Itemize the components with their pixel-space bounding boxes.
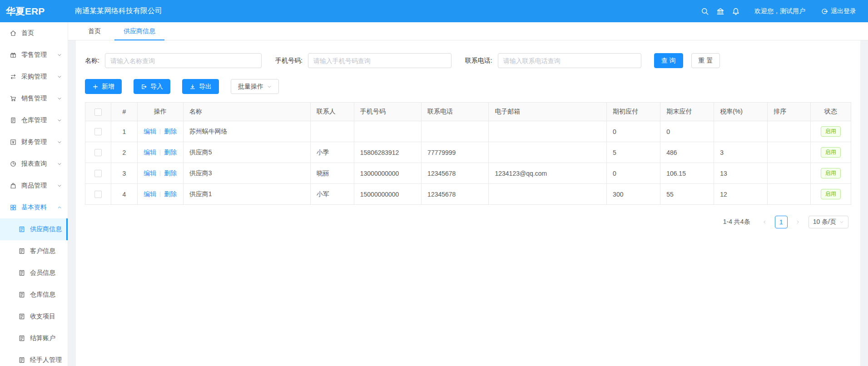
filter-phone-input[interactable] [308,53,451,68]
column-header-期初应付: 期初应付 [607,103,660,121]
action-divider [160,150,160,155]
supplier-panel: 名称: 手机号码: 联系电话: 查 询 重 置 [76,40,860,366]
row-phone-cell: 15000000000 [354,184,421,205]
row-tel-cell [422,121,489,142]
edit-link[interactable]: 编辑 [144,169,156,177]
delete-link[interactable]: 删除 [164,148,177,156]
chevron-down-icon [57,53,62,57]
sidebar-item-label: 客户信息 [30,247,55,255]
column-header-联系电话: 联系电话 [422,103,489,121]
warehouse-icon [10,117,17,124]
row-tax-cell: 3 [714,142,768,163]
search-button[interactable]: 查 询 [654,53,683,68]
sidebar-item-仓库管理[interactable]: 仓库管理 [0,109,68,131]
sidebar-item-会员信息[interactable]: 会员信息 [0,262,68,284]
edit-link[interactable]: 编辑 [144,148,156,156]
row-status-cell: 启用 [810,184,851,205]
row-begin-cell: 300 [607,184,660,205]
chevron-down-icon [57,96,62,101]
sidebar-item-label: 仓库信息 [30,291,55,299]
cart-icon [10,95,17,102]
row-end-cell: 55 [660,184,714,205]
sidebar-item-label: 报表查询 [21,160,47,168]
plus-icon [92,84,99,90]
bank-icon[interactable] [713,4,728,19]
add-button[interactable]: 新增 [85,79,122,94]
sidebar: 首页零售管理采购管理销售管理仓库管理财务管理报表查询商品管理基本资料供应商信息客… [0,22,68,366]
doc-icon [18,313,25,320]
sidebar-item-label: 采购管理 [21,73,47,81]
row-name-cell: 供应商3 [183,163,310,184]
filter-name-input[interactable] [105,53,262,68]
chevron-up-icon [57,205,62,210]
sidebar-item-label: 仓库管理 [21,116,47,124]
row-checkbox[interactable] [94,191,102,198]
status-badge: 启用 [821,189,841,200]
filter-tel-input[interactable] [498,53,641,68]
row-email-cell: 1234123@qq.com [489,163,607,184]
row-index-cell: 2 [111,142,137,163]
sidebar-item-结算账户[interactable]: 结算账户 [0,327,68,349]
sidebar-item-报表查询[interactable]: 报表查询 [0,153,68,175]
sidebar-item-label: 财务管理 [21,138,47,146]
sidebar-item-销售管理[interactable]: 销售管理 [0,88,68,109]
row-actions-cell: 编辑删除 [137,163,183,184]
export-button[interactable]: 导出 [182,79,219,94]
filter-name-label: 名称: [85,57,99,65]
sidebar-item-采购管理[interactable]: 采购管理 [0,66,68,88]
row-end-cell: 486 [660,142,714,163]
sidebar-item-零售管理[interactable]: 零售管理 [0,44,68,66]
row-select-cell [85,121,111,142]
row-phone-cell: 13000000000 [354,163,421,184]
sidebar-item-首页[interactable]: 首页 [0,22,68,44]
search-icon[interactable] [697,4,713,19]
row-phone-cell: 15806283912 [354,142,421,163]
tab-supplier-info[interactable]: 供应商信息 [114,22,164,40]
row-actions-cell: 编辑删除 [137,121,183,142]
sidebar-item-仓库信息[interactable]: 仓库信息 [0,284,68,306]
row-checkbox[interactable] [94,128,102,135]
finance-icon [10,138,17,146]
sidebar-item-商品管理[interactable]: 商品管理 [0,175,68,197]
page-size-select[interactable]: 10 条/页 [808,216,848,228]
sidebar-item-经手人管理[interactable]: 经手人管理 [0,349,68,366]
edit-link[interactable]: 编辑 [144,128,156,135]
row-phone-cell [354,121,421,142]
main-area: 首页 供应商信息 名称: 手机号码: 联系电话: [68,22,868,366]
row-sort-cell [768,163,810,184]
page-number[interactable]: 1 [775,216,788,228]
sidebar-item-供应商信息[interactable]: 供应商信息 [0,218,68,240]
prev-page-icon[interactable] [759,216,770,228]
sidebar-item-财务管理[interactable]: 财务管理 [0,131,68,153]
import-button[interactable]: 导入 [134,79,170,94]
reset-button[interactable]: 重 置 [691,53,720,68]
sidebar-item-客户信息[interactable]: 客户信息 [0,240,68,262]
bell-icon[interactable] [728,4,744,19]
row-checkbox[interactable] [94,170,102,177]
sidebar-item-label: 首页 [21,29,34,37]
next-page-icon[interactable] [792,216,804,228]
delete-link[interactable]: 删除 [164,190,177,198]
header-actions: 欢迎您，测试用户 退出登录 [697,4,868,19]
column-header-手机号码: 手机号码 [354,103,421,121]
edit-link[interactable]: 编辑 [144,190,156,198]
sidebar-item-label: 收支项目 [30,312,55,321]
doc-icon [18,291,25,298]
column-header-状态: 状态 [810,103,851,121]
supplier-table: #操作名称联系人手机号码联系电话电子邮箱期初应付期末应付税率(%)排序状态 1编… [85,102,851,205]
logout-button[interactable]: 退出登录 [821,7,856,15]
row-actions-cell: 编辑删除 [137,142,183,163]
filter-phone: 手机号码: [275,53,451,68]
sidebar-item-基本资料[interactable]: 基本资料 [0,197,68,218]
tab-home[interactable]: 首页 [79,22,110,40]
row-checkbox[interactable] [94,149,102,156]
delete-link[interactable]: 删除 [164,169,177,177]
sidebar-item-收支项目[interactable]: 收支项目 [0,306,68,327]
row-tel-cell: 77779999 [422,142,489,163]
row-index-cell: 1 [111,121,137,142]
batch-actions-button[interactable]: 批量操作 [231,79,279,94]
select-all-checkbox[interactable] [94,109,102,116]
purchase-icon [10,73,17,80]
delete-link[interactable]: 删除 [164,128,177,135]
row-sort-cell [768,184,810,205]
